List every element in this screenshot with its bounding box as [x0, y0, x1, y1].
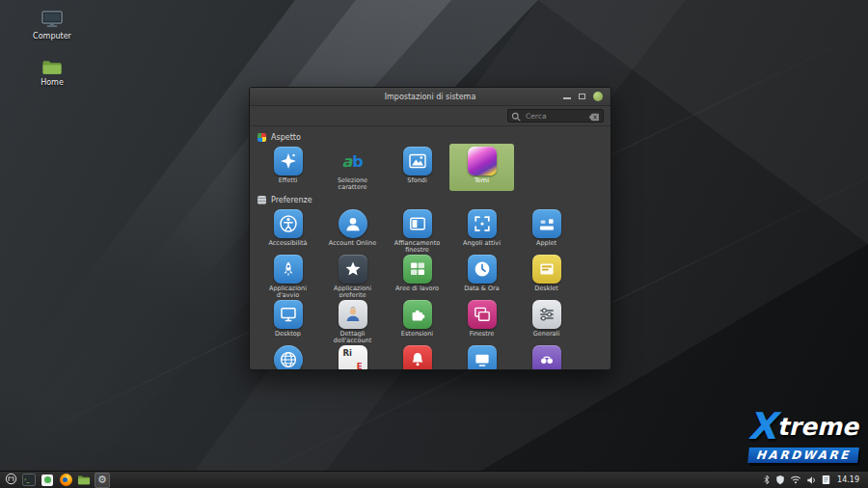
settings-item-label: Generali [533, 331, 559, 338]
minimize-button[interactable] [563, 97, 571, 99]
settings-item-accessibilita[interactable]: Accessibilità [256, 206, 320, 252]
settings-item-label: Desktop [275, 331, 301, 338]
section-header-aspetto: Aspetto [258, 132, 607, 142]
desktop-icon-label: Computer [18, 32, 86, 41]
settings-item-partial-5[interactable] [514, 342, 579, 370]
settings-item-temi-selected[interactable]: Temi [449, 144, 514, 191]
settings-item-estensioni[interactable]: Estensioni [385, 297, 449, 342]
backgrounds-icon [403, 147, 432, 176]
screen: Computer Home Impostazioni di sistema [0, 0, 868, 488]
settings-item-label: Desklet [534, 285, 558, 292]
menu-button[interactable] [3, 473, 18, 488]
files-window-button[interactable] [76, 473, 92, 488]
settings-item-effetti[interactable]: Effetti [256, 144, 320, 191]
extensions-icon [403, 300, 432, 329]
settings-item-finestre[interactable]: Finestre [449, 297, 514, 342]
settings-item-label: Aree di lavoro [395, 285, 439, 292]
settings-item-label: Dettagli dell'account [323, 331, 383, 342]
settings-item-label: Sfondi [407, 177, 426, 184]
firefox-launcher[interactable] [58, 473, 73, 488]
window-titlebar[interactable]: Impostazioni di sistema [250, 88, 610, 106]
system-settings-window-button[interactable]: ⚙ [95, 473, 110, 488]
system-settings-window: Impostazioni di sistema Aspetto [249, 87, 611, 370]
settings-item-label: Angoli attivi [463, 240, 501, 247]
mint-menu-icon [5, 471, 17, 488]
windows-settings-icon [468, 300, 497, 329]
taskbar: ›_ ⚙ 14.19 [0, 471, 868, 488]
watermark-x: X [747, 405, 775, 447]
settings-item-label: Estensioni [401, 331, 433, 338]
home-folder-icon [18, 59, 86, 75]
settings-item-label: Accessibilità [268, 240, 307, 247]
desktop-icon-label: Home [18, 78, 86, 87]
appearance-section-icon [258, 133, 266, 142]
settings-item-desklet[interactable]: Desklet [514, 252, 579, 297]
terminal-launcher[interactable]: ›_ [21, 473, 37, 488]
close-button[interactable] [593, 92, 603, 101]
settings-item-applicazioni-avvio[interactable]: Applicazioni d'avvio [256, 252, 320, 297]
search-input[interactable] [524, 111, 585, 122]
settings-item-angoli-attivi[interactable]: Angoli attivi [449, 206, 514, 252]
settings-item-desktop[interactable]: Desktop [256, 297, 320, 342]
settings-item-label: Affiancamento finestre [388, 240, 448, 252]
settings-item-partial-1[interactable] [256, 342, 320, 370]
computer-icon [18, 11, 86, 29]
settings-item-label: Effetti [279, 177, 298, 184]
desktop-icon-computer[interactable]: Computer [18, 11, 86, 41]
settings-item-applicazioni-preferite[interactable]: Applicazioni preferite [320, 252, 385, 297]
general-settings-icon [532, 300, 561, 329]
search-box[interactable] [507, 109, 604, 122]
window-title: Impostazioni di sistema [250, 93, 610, 101]
watermark-logo: Xtreme HARDWARE [747, 408, 858, 463]
settings-item-generali[interactable]: Generali [514, 297, 579, 342]
notes-icon[interactable] [822, 474, 830, 485]
applets-icon [532, 209, 561, 238]
settings-item-label: Selezione carattere [323, 177, 383, 191]
settings-item-selezione-carattere[interactable]: ab Selezione carattere [320, 144, 385, 191]
search-toolbar [250, 106, 610, 126]
preferred-applications-icon [339, 255, 367, 284]
software-manager-launcher[interactable] [40, 473, 55, 488]
watermark-sub: HARDWARE [747, 447, 859, 463]
date-time-icon [468, 255, 497, 284]
section-title: Aspetto [271, 133, 301, 142]
settings-item-affiancamento-finestre[interactable]: Affiancamento finestre [385, 206, 449, 252]
preferences-section-icon [258, 196, 266, 204]
settings-content: Aspetto Effetti ab Selezione carattere S… [250, 126, 610, 370]
preferences-grid: Accessibilità Account Online Affiancamen… [256, 206, 607, 370]
notifications-bell-icon [403, 345, 432, 370]
settings-item-aree-di-lavoro[interactable]: Aree di lavoro [385, 252, 449, 297]
settings-item-partial-2[interactable]: RiE [320, 342, 385, 370]
settings-item-label: Finestre [470, 331, 495, 338]
shield-icon[interactable] [775, 474, 785, 485]
appearance-grid: Effetti ab Selezione carattere Sfondi Te… [256, 144, 607, 191]
online-accounts-icon [339, 209, 367, 238]
bluetooth-icon[interactable] [763, 474, 771, 485]
settings-item-sfondi[interactable]: Sfondi [385, 144, 449, 191]
settings-item-label: Applicazioni d'avvio [258, 285, 318, 297]
display-screen-icon [468, 345, 497, 370]
clear-search-icon[interactable] [588, 107, 600, 125]
settings-item-label: Applet [536, 240, 556, 247]
account-details-icon [339, 300, 367, 329]
wifi-icon[interactable] [790, 475, 801, 484]
settings-item-partial-4[interactable] [449, 342, 514, 370]
workspaces-icon [403, 255, 432, 284]
settings-item-label: Data & Ora [464, 285, 500, 292]
taskbar-clock[interactable]: 14.19 [835, 475, 862, 484]
settings-item-data-ora[interactable]: Data & Ora [449, 252, 514, 297]
desklets-icon [532, 255, 561, 284]
privacy-mask-icon [532, 345, 561, 370]
desktop-icon-home[interactable]: Home [18, 59, 86, 87]
settings-item-applet[interactable]: Applet [514, 206, 579, 252]
volume-icon[interactable] [806, 475, 817, 485]
settings-item-dettagli-account[interactable]: Dettagli dell'account [320, 297, 385, 342]
startup-applications-icon [274, 255, 303, 284]
settings-item-account-online[interactable]: Account Online [320, 206, 385, 252]
system-tray: 14.19 [763, 474, 865, 485]
settings-item-partial-3[interactable] [385, 342, 449, 370]
themes-icon [468, 147, 497, 176]
maximize-button[interactable] [579, 94, 585, 99]
language-globe-icon [274, 345, 303, 370]
search-icon [511, 107, 521, 125]
